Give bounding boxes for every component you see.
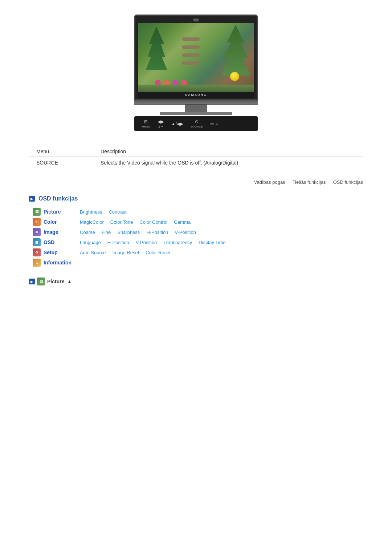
scene-ground (138, 85, 254, 92)
color-icon: 🎨 (33, 218, 41, 226)
row-desc-source: Selects the Video signal while the OSD i… (93, 157, 363, 169)
picture-breadcrumb: ▶ 🖼 Picture ▲ (29, 278, 363, 285)
category-setup[interactable]: Setup (44, 250, 80, 255)
item-fine[interactable]: Fine (102, 230, 111, 235)
color-items: MagicColor Color Tone Color Control Gamm… (80, 219, 191, 225)
category-information[interactable]: Information (44, 260, 80, 266)
adjust-icon: ◀▶ (158, 119, 164, 124)
nav-tabs: Vadības pogas Tiešās funkcijas OSD funkc… (29, 179, 363, 188)
row-menu-source: SOURCE (29, 157, 93, 169)
item-magiccolor[interactable]: MagicColor (80, 219, 104, 225)
scene-tree-left (146, 27, 167, 70)
monitor-stand-top (134, 100, 258, 105)
monitor-base (160, 112, 232, 115)
osd-section: ▶ OSD funkcijas 🖼 Picture Brightness Con… (29, 195, 363, 267)
scene-pagoda (182, 34, 200, 70)
menu-icon: ⊞ (144, 119, 148, 124)
image-icon: ⊕ (33, 228, 41, 236)
item-sharpness[interactable]: Sharpness (117, 230, 140, 235)
scene-tree-right (221, 25, 250, 76)
category-osd[interactable]: OSD (44, 239, 80, 245)
adjust-button[interactable]: ◀▶ ▲▼ (158, 119, 164, 128)
monitor-section: SAMSUNG ⊞ MENU ◀▶ ▲▼ ▲/◀▶ ⊙ SOURCE AUTO (29, 15, 363, 131)
item-vposition[interactable]: V-Position (175, 230, 196, 235)
info-icon: ℹ (33, 259, 41, 267)
item-osd-hposition[interactable]: H-Position (107, 240, 129, 245)
menu-description-table: Menu Description SOURCE Selects the Vide… (29, 146, 363, 169)
category-color[interactable]: Color (44, 219, 80, 225)
osd-items: Language H-Position V-Position Transpare… (80, 240, 226, 245)
table-row: SOURCE Selects the Video signal while th… (29, 157, 363, 169)
tab-osdfunkcijas[interactable]: OSD funkcijas (333, 179, 363, 185)
item-brightness[interactable]: Brightness (80, 209, 102, 215)
setup-icon: ⚙ (33, 248, 41, 256)
breadcrumb-up-arrow-icon: ▲ (67, 279, 72, 284)
menu-button[interactable]: ⊞ MENU (142, 119, 150, 128)
item-contrast[interactable]: Contrast (109, 209, 126, 215)
monitor-screen (138, 23, 254, 92)
category-image[interactable]: Image (44, 229, 80, 235)
col-description: Description (93, 146, 363, 157)
item-language[interactable]: Language (80, 240, 101, 245)
menu-row-osd: ▦ OSD Language H-Position V-Position Tra… (33, 238, 363, 246)
menu-label: MENU (142, 125, 150, 128)
item-imagereset[interactable]: Image Reset (113, 250, 139, 255)
monitor-brand: SAMSUNG (138, 92, 254, 98)
tab-vadibas-pogas[interactable]: Vadības pogas (254, 179, 285, 185)
menu-grid: 🖼 Picture Brightness Contrast 🎨 Color Ma… (33, 208, 363, 267)
source-button[interactable]: ⊙ SOURCE (191, 119, 203, 128)
item-osd-vposition[interactable]: V-Position (136, 240, 157, 245)
adjust-label: ▲▼ (158, 125, 164, 128)
source-icon: ⊙ (195, 119, 199, 124)
tab-tiesasfunkcijas[interactable]: Tiešās funkcijas (293, 179, 326, 185)
osd-arrow-icon: ▶ (29, 196, 35, 202)
osd-title: OSD funkcijas (38, 195, 78, 202)
breadcrumb-nav-arrow: ▶ (29, 279, 35, 284)
auto-label: AUTO (210, 122, 218, 125)
updown-button[interactable]: ▲/◀▶ (171, 121, 183, 126)
osd-icon: ▦ (33, 238, 41, 246)
item-coarse[interactable]: Coarse (80, 230, 95, 235)
menu-row-information: ℹ Information (33, 259, 363, 267)
item-colorreset[interactable]: Color Reset (146, 250, 171, 255)
menu-row-setup: ⚙ Setup Auto Source Image Reset Color Re… (33, 248, 363, 256)
auto-button[interactable]: AUTO (210, 122, 218, 125)
picture-icon: 🖼 (33, 208, 41, 216)
breadcrumb-picture-icon: 🖼 (37, 278, 45, 285)
item-transparency[interactable]: Transparency (163, 240, 192, 245)
controls-bar: ⊞ MENU ◀▶ ▲▼ ▲/◀▶ ⊙ SOURCE AUTO (134, 116, 258, 131)
osd-title-row: ▶ OSD funkcijas (29, 195, 363, 202)
updown-icon: ▲/◀▶ (171, 121, 183, 126)
item-hposition[interactable]: H-Position (146, 230, 168, 235)
item-displaytime[interactable]: Display Time (199, 240, 225, 245)
menu-row-picture: 🖼 Picture Brightness Contrast (33, 208, 363, 216)
page-wrapper: SAMSUNG ⊞ MENU ◀▶ ▲▼ ▲/◀▶ ⊙ SOURCE AUTO (0, 0, 392, 300)
source-label: SOURCE (191, 125, 203, 128)
picture-items: Brightness Contrast (80, 209, 127, 215)
monitor-base-neck (185, 105, 207, 112)
monitor-top-button (193, 19, 199, 21)
col-menu: Menu (29, 146, 93, 157)
menu-row-image: ⊕ Image Coarse Fine Sharpness H-Position… (33, 228, 363, 236)
item-colorcontrol[interactable]: Color Control (139, 219, 167, 225)
monitor-frame: SAMSUNG (134, 15, 258, 100)
scene-ball (230, 72, 239, 81)
menu-row-color: 🎨 Color MagicColor Color Tone Color Cont… (33, 218, 363, 226)
image-items: Coarse Fine Sharpness H-Position V-Posit… (80, 230, 196, 235)
monitor-top-bar (138, 19, 254, 21)
item-gamma[interactable]: Gamma (174, 219, 191, 225)
item-autosource[interactable]: Auto Source (80, 250, 106, 255)
category-picture[interactable]: Picture (44, 209, 80, 215)
breadcrumb-picture-label: Picture (47, 279, 64, 284)
table-section: Menu Description SOURCE Selects the Vide… (29, 146, 363, 169)
setup-items: Auto Source Image Reset Color Reset (80, 250, 171, 255)
item-colortone[interactable]: Color Tone (110, 219, 133, 225)
